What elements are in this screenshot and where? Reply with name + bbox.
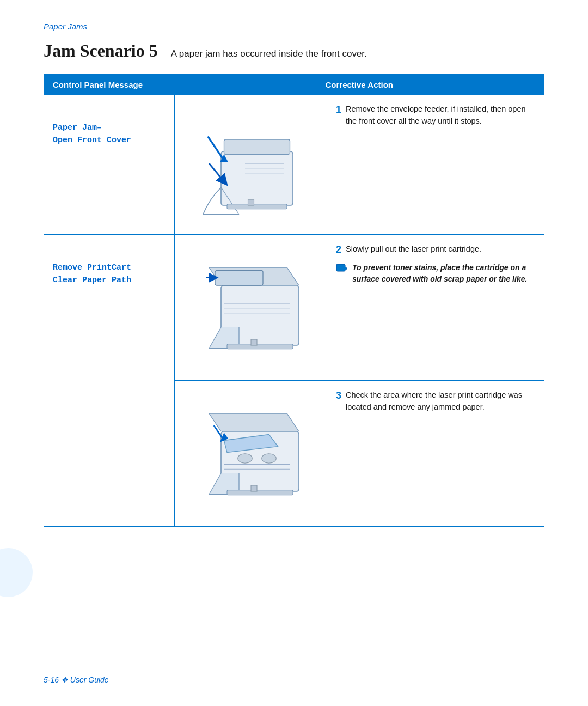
step-number-1: 1 (336, 104, 341, 115)
action-cell-2: 2 Slowly pull out the laser print cartri… (327, 235, 544, 381)
svg-rect-5 (227, 204, 287, 209)
control-panel-label-1: Paper Jam– Open Front Cover (53, 122, 166, 147)
svg-point-18 (261, 454, 275, 464)
svg-rect-6 (248, 199, 254, 205)
svg-rect-1 (224, 139, 290, 155)
svg-rect-22 (227, 490, 293, 495)
footer-text: 5-16 ❖ User Guide (44, 675, 109, 684)
image-cell-1 (175, 95, 327, 235)
table-row: Paper Jam– Open Front Cover (44, 95, 544, 235)
note-box: To prevent toner stains, place the cartr… (336, 262, 535, 285)
note-icon (336, 263, 348, 276)
printer-illustration-1 (191, 104, 311, 223)
page-subtitle: A paper jam has occurred inside the fron… (171, 48, 367, 59)
control-panel-cell-1: Paper Jam– Open Front Cover (44, 95, 175, 235)
image-cell-3 (175, 381, 327, 527)
svg-rect-13 (227, 344, 293, 349)
breadcrumb: Paper Jams (44, 22, 544, 31)
action-cell-3: 3 Check the area where the laser print c… (327, 381, 544, 527)
svg-rect-15 (336, 264, 345, 271)
step-text-2: Slowly pull out the laser print cartridg… (346, 244, 481, 255)
page-title: Jam Scenario 5 (44, 41, 158, 61)
printer-illustration-3 (191, 389, 311, 515)
action-cell-1: 1 Remove the envelope feeder, if install… (327, 95, 544, 235)
table-header-row: Control Panel Message Corrective Action (44, 75, 544, 95)
svg-rect-9 (215, 271, 263, 286)
step-number-3: 3 (336, 390, 341, 401)
svg-rect-14 (251, 339, 257, 345)
col1-header: Control Panel Message (44, 75, 175, 95)
table-row: Remove PrintCart Clear Paper Path (44, 235, 544, 381)
svg-rect-0 (221, 151, 293, 205)
image-cell-2 (175, 235, 327, 381)
svg-point-17 (237, 454, 252, 464)
step-text-3: Check the area where the laser print car… (346, 389, 535, 413)
control-panel-cell-2: Remove PrintCart Clear Paper Path (44, 235, 175, 527)
control-panel-label-2: Remove PrintCart Clear Paper Path (53, 262, 166, 287)
note-text: To prevent toner stains, place the cartr… (352, 262, 535, 285)
page-header: Jam Scenario 5 A paper jam has occurred … (44, 41, 544, 61)
step-number-2: 2 (336, 244, 341, 255)
main-table: Control Panel Message Corrective Action … (44, 74, 544, 527)
printer-illustration-2 (191, 244, 311, 369)
step-text-1: Remove the envelope feeder, if installed… (346, 104, 535, 127)
col2-header: Corrective Action (175, 75, 544, 95)
deco-circle (0, 548, 33, 597)
svg-rect-23 (251, 485, 257, 491)
